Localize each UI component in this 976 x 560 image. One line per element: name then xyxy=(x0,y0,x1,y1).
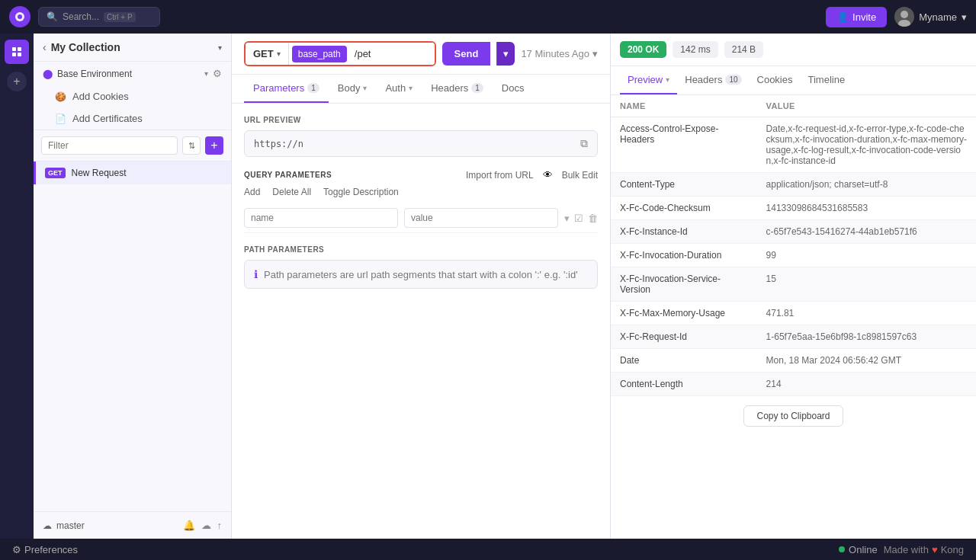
icon-sidebar: + xyxy=(0,34,34,539)
path-params-section-label: PATH PARAMETERS xyxy=(244,245,598,254)
tab-preview[interactable]: Preview ▾ xyxy=(620,66,677,94)
request-tabs: Parameters 1 Body ▾ Auth ▾ Headers 1 Doc… xyxy=(232,75,610,104)
tab-parameters[interactable]: Parameters 1 xyxy=(244,75,329,103)
url-bar: GET ▾ base_path Send ▾ 17 Minutes Ago ▾ xyxy=(232,34,610,75)
request-item[interactable]: GET New Request xyxy=(34,162,231,184)
url-path-input[interactable] xyxy=(350,43,436,65)
tab-cookies[interactable]: Cookies xyxy=(750,66,801,94)
footer-icon-3[interactable]: ↑ xyxy=(217,520,223,531)
param-delete-icon[interactable]: 🗑 xyxy=(588,213,598,224)
response-size-badge: 214 B xyxy=(724,41,763,58)
env-dropdown-icon[interactable]: ▾ xyxy=(204,69,208,78)
query-params-row-actions: Add Delete All Toggle Description xyxy=(244,187,598,197)
url-input-container: GET ▾ base_path xyxy=(244,41,436,66)
sidebar-footer: ☁ master 🔔 ☁ ↑ xyxy=(34,511,231,539)
method-select[interactable]: GET ▾ xyxy=(246,43,289,65)
add-cookies-link[interactable]: 🍪 Add Cookies xyxy=(34,85,231,107)
add-workspace-button[interactable]: + xyxy=(7,72,27,91)
header-value-cell: 15 xyxy=(757,267,976,302)
eye-icon: 👁 xyxy=(543,169,553,181)
table-row: X-Fc-Code-Checksum14133098684531685583 xyxy=(611,197,976,220)
param-check-icon[interactable]: ☑ xyxy=(574,213,583,224)
made-by-label: Kong xyxy=(941,544,964,555)
delete-all-button[interactable]: Delete All xyxy=(272,187,311,197)
request-content: URL PREVIEW https://n ⧉ QUERY PARAMETERS… xyxy=(232,104,610,539)
svg-rect-5 xyxy=(18,47,21,51)
add-certificates-label: Add Certificates xyxy=(72,113,143,124)
header-name-cell: Access-Control-Expose-Headers xyxy=(611,117,757,173)
table-row: Content-Typeapplication/json; charset=ut… xyxy=(611,173,976,197)
toggle-description-button[interactable]: Toggle Description xyxy=(323,187,399,197)
tab-auth[interactable]: Auth ▾ xyxy=(376,75,422,103)
header-value-cell: Mon, 18 Mar 2024 06:56:42 GMT xyxy=(757,349,976,373)
param-dropdown-icon[interactable]: ▾ xyxy=(564,213,570,224)
request-name: New Request xyxy=(72,168,127,178)
tab-headers[interactable]: Headers 1 xyxy=(422,75,493,103)
main-layout: + ‹ My Collection ▾ ⬤ Base Environment ▾… xyxy=(0,34,976,539)
request-panel: GET ▾ base_path Send ▾ 17 Minutes Ago ▾ … xyxy=(232,34,610,539)
branch-label: master xyxy=(56,520,178,531)
app-logo[interactable] xyxy=(9,6,30,27)
tab-body[interactable]: Body ▾ xyxy=(329,75,377,103)
header-name-cell: X-Fc-Instance-Id xyxy=(611,220,757,244)
tab-docs-label: Docs xyxy=(502,82,525,94)
tab-docs[interactable]: Docs xyxy=(493,75,534,103)
table-row: X-Fc-Instance-Idc-65f7e543-15416274-44ab… xyxy=(611,220,976,244)
bulk-edit-button[interactable]: Bulk Edit xyxy=(562,170,598,181)
tab-headers-badge: 1 xyxy=(471,83,483,93)
sidebar-home-button[interactable] xyxy=(5,40,29,64)
url-copy-button[interactable]: ⧉ xyxy=(580,137,588,150)
svg-point-2 xyxy=(901,11,908,18)
filter-add-button[interactable]: + xyxy=(205,136,223,155)
info-icon: ℹ xyxy=(254,268,258,280)
table-row: DateMon, 18 Mar 2024 06:56:42 GMT xyxy=(611,349,976,373)
username-label: Myname xyxy=(919,11,957,23)
url-preview-text: https://n xyxy=(254,139,303,149)
svg-point-3 xyxy=(898,20,910,27)
branch-icon: ☁ xyxy=(43,520,52,531)
timestamp-dropdown-icon[interactable]: ▾ xyxy=(592,48,598,59)
invite-label: Invite xyxy=(852,11,876,23)
add-param-button[interactable]: Add xyxy=(244,187,260,197)
tab-response-headers[interactable]: Headers 10 xyxy=(677,66,749,94)
header-name-cell: X-Fc-Invocation-Duration xyxy=(611,244,757,267)
footer-icon-2[interactable]: ☁ xyxy=(201,520,211,531)
param-name-input[interactable] xyxy=(244,208,398,228)
header-name-cell: Content-Length xyxy=(611,373,757,396)
param-value-input[interactable] xyxy=(404,208,558,228)
col-value-header: VALUE xyxy=(757,95,976,117)
import-url-button[interactable]: Import from URL xyxy=(466,170,534,181)
request-method-badge: GET xyxy=(45,168,66,178)
footer-icon-1[interactable]: 🔔 xyxy=(183,520,195,531)
collection-title: My Collection xyxy=(51,41,214,53)
copy-clipboard-button[interactable]: Copy to Clipboard xyxy=(743,405,843,427)
search-bar[interactable]: 🔍 Search... Ctrl + P xyxy=(38,7,160,27)
collection-dropdown-icon[interactable]: ▾ xyxy=(218,43,222,52)
tab-timeline-label: Timeline xyxy=(807,74,845,85)
table-row: X-Fc-Invocation-Service-Version15 xyxy=(611,267,976,302)
tab-timeline[interactable]: Timeline xyxy=(800,66,852,94)
avatar xyxy=(894,7,914,27)
filter-sort-button[interactable]: ⇅ xyxy=(182,136,201,155)
query-params-header: QUERY PARAMETERS Import from URL 👁 Bulk … xyxy=(244,169,598,181)
headers-table: NAME VALUE Access-Control-Expose-Headers… xyxy=(611,95,976,396)
user-menu[interactable]: Myname ▾ xyxy=(894,7,967,27)
header-name-cell: Content-Type xyxy=(611,173,757,197)
env-gear-icon[interactable]: ⚙ xyxy=(213,68,222,79)
add-certificates-link[interactable]: 📄 Add Certificates xyxy=(34,107,231,130)
url-preview-section-label: URL PREVIEW xyxy=(244,116,598,124)
tab-headers-label: Headers xyxy=(431,82,468,94)
url-base-path[interactable]: base_path xyxy=(292,46,347,62)
send-button[interactable]: Send xyxy=(442,42,491,66)
send-dropdown-button[interactable]: ▾ xyxy=(496,42,515,66)
back-button[interactable]: ‹ xyxy=(43,41,47,53)
tab-preview-label: Preview xyxy=(628,74,663,85)
search-placeholder: Search... xyxy=(63,11,99,22)
certificates-icon: 📄 xyxy=(55,114,66,124)
preferences-button[interactable]: ⚙ Preferences xyxy=(12,544,78,555)
invite-button[interactable]: 👤 Invite xyxy=(826,7,887,27)
param-row: ▾ ☑ 🗑 xyxy=(244,203,598,233)
tab-auth-label: Auth xyxy=(385,82,406,94)
filter-input[interactable] xyxy=(41,136,178,155)
filter-row: ⇅ + xyxy=(34,130,231,162)
